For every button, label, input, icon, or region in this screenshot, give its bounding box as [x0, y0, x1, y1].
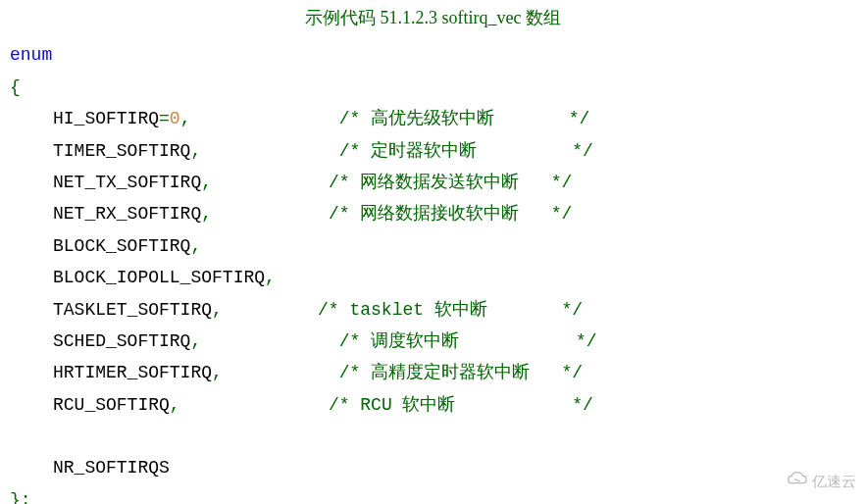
open-brace: { — [10, 72, 856, 103]
enum-member: HI_SOFTIRQ — [53, 109, 159, 128]
enum-line — [10, 421, 856, 452]
watermark-text: 亿速云 — [812, 468, 856, 494]
comma: , — [170, 395, 180, 415]
comment: /* RCU 软中断 */ — [329, 395, 593, 415]
enum-member: TIMER_SOFTIRQ — [53, 141, 190, 161]
comment: /* 定时器软中断 */ — [339, 141, 593, 161]
enum-line: TIMER_SOFTIRQ, /* 定时器软中断 */ — [10, 135, 856, 167]
close-brace: }; — [10, 484, 856, 504]
enum-member: SCHED_SOFTIRQ — [53, 331, 190, 351]
comma: , — [201, 173, 212, 192]
comment: /* 高精度定时器软中断 */ — [339, 363, 583, 382]
comment: /* 网络数据接收软中断 */ — [329, 204, 572, 224]
enum-member: NET_RX_SOFTIRQ — [53, 204, 201, 224]
enum-line: TASKLET_SOFTIRQ, /* tasklet 软中断 */ — [10, 294, 856, 326]
enum-line: NET_RX_SOFTIRQ, /* 网络数据接收软中断 */ — [10, 198, 856, 229]
comma: , — [265, 268, 276, 287]
comma: , — [212, 363, 223, 382]
enum-line: RCU_SOFTIRQ, /* RCU 软中断 */ — [10, 389, 856, 421]
watermark: 亿速云 — [787, 468, 856, 494]
enum-line: HI_SOFTIRQ=0, /* 高优先级软中断 */ — [10, 103, 856, 134]
enum-member: HRTIMER_SOFTIRQ — [53, 363, 212, 382]
enum-body: HI_SOFTIRQ=0, /* 高优先级软中断 */TIMER_SOFTIRQ… — [10, 103, 856, 484]
enum-member: RCU_SOFTIRQ — [53, 395, 170, 415]
comment: /* tasklet 软中断 */ — [318, 300, 583, 320]
enum-keyword: enum — [10, 39, 856, 71]
enum-member: BLOCK_IOPOLL_SOFTIRQ — [53, 268, 265, 287]
enum-line: SCHED_SOFTIRQ, /* 调度软中断 */ — [10, 326, 856, 357]
enum-member: TASKLET_SOFTIRQ — [53, 300, 212, 320]
enum-member: NET_TX_SOFTIRQ — [53, 173, 201, 192]
comma: , — [180, 109, 191, 128]
comma: , — [212, 300, 223, 320]
comma: , — [190, 331, 201, 351]
enum-line: HRTIMER_SOFTIRQ, /* 高精度定时器软中断 */ — [10, 357, 856, 388]
enum-line: BLOCK_SOFTIRQ, — [10, 230, 856, 262]
comment: /* 网络数据发送软中断 */ — [329, 173, 572, 192]
comma: , — [190, 236, 201, 256]
comment: /* 高优先级软中断 */ — [339, 109, 590, 128]
enum-line: NR_SOFTIRQS — [10, 452, 856, 483]
enum-member: NR_SOFTIRQS — [53, 458, 170, 478]
equals-sign: = — [159, 109, 170, 128]
cloud-icon — [787, 468, 808, 494]
comma: , — [201, 204, 212, 224]
enum-line: BLOCK_IOPOLL_SOFTIRQ, — [10, 262, 856, 293]
comment: /* 调度软中断 */ — [339, 331, 597, 351]
comma: , — [190, 141, 201, 161]
enum-value: 0 — [170, 109, 180, 128]
enum-member: BLOCK_SOFTIRQ — [53, 236, 190, 256]
code-title: 示例代码 51.1.2.3 softirq_vec 数组 — [10, 2, 856, 33]
keyword-enum: enum — [10, 45, 52, 65]
enum-line: NET_TX_SOFTIRQ, /* 网络数据发送软中断 */ — [10, 167, 856, 198]
